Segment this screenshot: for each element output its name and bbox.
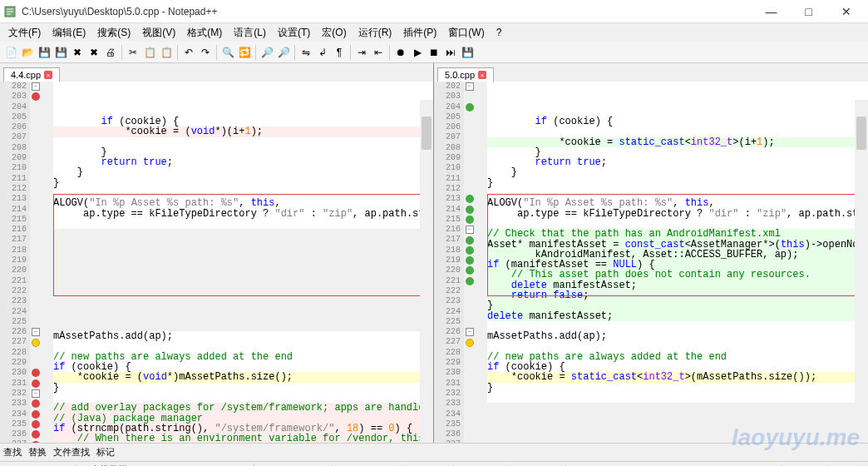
- separator-icon: [216, 45, 217, 60]
- separator-icon: [294, 45, 295, 60]
- minimize-button[interactable]: —: [752, 0, 790, 23]
- playmulti-icon[interactable]: ⏭: [443, 45, 458, 60]
- wrap-icon[interactable]: ↲: [315, 45, 330, 60]
- findbar: 查找 替换 文件查找 标记: [0, 443, 868, 461]
- separator-icon: [177, 45, 178, 60]
- menu-file[interactable]: 文件(F): [3, 24, 46, 42]
- replace-tab[interactable]: 替换: [28, 446, 47, 459]
- statusbar: C++ source file 查找目标: openNonAssetInPath…: [0, 461, 868, 466]
- editor-right[interactable]: 2022032042052062072082092102112122132142…: [434, 82, 868, 443]
- menu-run[interactable]: 运行(R): [353, 24, 397, 42]
- scrollbar-v[interactable]: [420, 100, 433, 443]
- menu-window[interactable]: 窗口(W): [443, 24, 489, 42]
- find-tab[interactable]: 查找: [3, 446, 22, 459]
- menu-plugins[interactable]: 插件(P): [398, 24, 441, 42]
- savemacro-icon[interactable]: 💾: [460, 45, 475, 60]
- find-icon[interactable]: 🔍: [220, 45, 235, 60]
- play-icon[interactable]: ▶: [410, 45, 425, 60]
- redo-icon[interactable]: ↷: [198, 45, 213, 60]
- stop-icon[interactable]: ⏹: [427, 45, 441, 60]
- zoomout-icon[interactable]: 🔎: [276, 45, 291, 60]
- pane-left: 4.4.cpp × 202203204205206207208209210211…: [0, 63, 434, 443]
- infiles-tab[interactable]: 文件查找: [53, 446, 90, 459]
- separator-icon: [255, 45, 256, 60]
- save-icon[interactable]: 💾: [37, 45, 52, 60]
- paste-icon[interactable]: 📋: [159, 45, 174, 60]
- split-pane: 4.4.cpp × 202203204205206207208209210211…: [0, 63, 868, 443]
- closeall-icon[interactable]: ✖: [86, 45, 101, 60]
- replace-icon[interactable]: 🔁: [237, 45, 252, 60]
- menu-help[interactable]: ?: [491, 25, 507, 40]
- saveall-icon[interactable]: 💾: [53, 45, 68, 60]
- scrollbar-v[interactable]: [855, 100, 868, 443]
- menu-settings[interactable]: 设置(T): [273, 24, 315, 42]
- indent-icon[interactable]: ⇥: [354, 45, 369, 60]
- menu-language[interactable]: 语言(L): [229, 24, 271, 42]
- cut-icon[interactable]: ✂: [126, 45, 141, 60]
- showall-icon[interactable]: ¶: [332, 45, 347, 60]
- editor-left[interactable]: 2022032042052062072082092102112122132142…: [0, 82, 433, 443]
- menubar: 文件(F) 编辑(E) 搜索(S) 视图(V) 格式(M) 语言(L) 设置(T…: [0, 23, 868, 42]
- mark-tab[interactable]: 标记: [96, 446, 115, 459]
- tab-close-icon[interactable]: ×: [44, 71, 52, 79]
- new-icon[interactable]: 📄: [3, 45, 18, 60]
- tabbar-right: 5.0.cpp ×: [434, 63, 868, 82]
- zoomin-icon[interactable]: 🔎: [259, 45, 274, 60]
- menu-view[interactable]: 视图(V): [137, 24, 180, 42]
- separator-icon: [350, 45, 351, 60]
- app-icon: [3, 5, 17, 18]
- maximize-button[interactable]: □: [790, 0, 827, 23]
- tabbar-left: 4.4.cpp ×: [0, 63, 433, 82]
- menu-format[interactable]: 格式(M): [182, 24, 227, 42]
- tab-close-icon[interactable]: ×: [478, 71, 486, 79]
- menu-search[interactable]: 搜索(S): [92, 24, 136, 42]
- separator-icon: [121, 45, 122, 60]
- tab-label: 4.4.cpp: [11, 70, 41, 80]
- titlebar: C:\Users\yuyu\Desktop\5.0.cpp - Notepad+…: [0, 0, 868, 23]
- sync-icon[interactable]: ⇋: [298, 45, 313, 60]
- tab-left[interactable]: 4.4.cpp ×: [3, 67, 60, 82]
- pane-right: 5.0.cpp × 202203204205206207208209210211…: [434, 63, 868, 443]
- open-icon[interactable]: 📂: [20, 45, 35, 60]
- close-button[interactable]: ✕: [827, 0, 865, 23]
- menu-edit[interactable]: 编辑(E): [47, 24, 91, 42]
- separator-icon: [389, 45, 390, 60]
- tab-right[interactable]: 5.0.cpp ×: [437, 67, 494, 82]
- menu-macro[interactable]: 宏(O): [317, 24, 351, 42]
- close-icon[interactable]: ✖: [70, 45, 85, 60]
- tab-label: 5.0.cpp: [445, 70, 475, 80]
- copy-icon[interactable]: 📋: [142, 45, 157, 60]
- unindent-icon[interactable]: ⇤: [371, 45, 386, 60]
- record-icon[interactable]: ⏺: [393, 45, 408, 60]
- window-title: C:\Users\yuyu\Desktop\5.0.cpp - Notepad+…: [22, 6, 752, 17]
- undo-icon[interactable]: ↶: [181, 45, 196, 60]
- print-icon[interactable]: 🖨: [103, 45, 118, 60]
- toolbar: 📄 📂 💾 💾 ✖ ✖ 🖨 ✂ 📋 📋 ↶ ↷ 🔍 🔁 🔎 🔎 ⇋ ↲ ¶ ⇥ …: [0, 42, 868, 63]
